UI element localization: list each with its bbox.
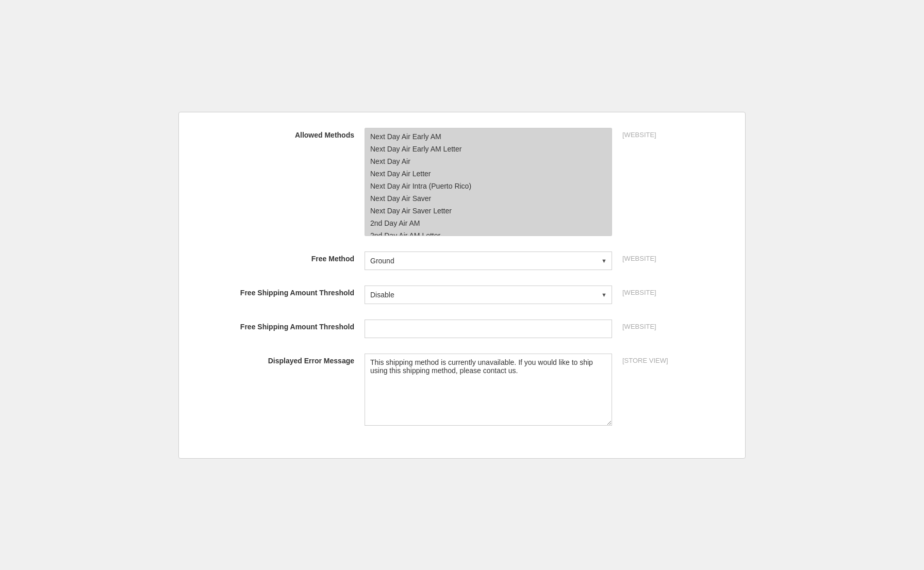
- free-method-label: Free Method: [189, 252, 365, 263]
- error-message-control: [365, 354, 612, 427]
- free-shipping-value-label: Free Shipping Amount Threshold: [189, 320, 365, 331]
- free-shipping-toggle-select-wrapper: DisableEnable: [365, 286, 612, 304]
- free-method-control: GroundNext Day Air2nd Day Air3 Day Selec…: [365, 252, 612, 270]
- free-shipping-toggle-row: Free Shipping Amount Threshold DisableEn…: [189, 286, 735, 304]
- error-message-label: Displayed Error Message: [189, 354, 365, 365]
- free-shipping-value-control: [365, 320, 612, 338]
- page-wrapper: Allowed Methods Next Day Air Early AMNex…: [0, 0, 924, 570]
- free-method-select[interactable]: GroundNext Day Air2nd Day Air3 Day Selec…: [365, 252, 612, 270]
- allowed-methods-select[interactable]: Next Day Air Early AMNext Day Air Early …: [365, 128, 612, 236]
- error-message-row: Displayed Error Message [STORE VIEW]: [189, 354, 735, 427]
- free-shipping-toggle-label: Free Shipping Amount Threshold: [189, 286, 365, 297]
- free-shipping-value-input[interactable]: [365, 320, 612, 338]
- error-message-scope: [STORE VIEW]: [612, 354, 668, 364]
- allowed-methods-row: Allowed Methods Next Day Air Early AMNex…: [189, 128, 735, 236]
- free-shipping-value-row: Free Shipping Amount Threshold [WEBSITE]: [189, 320, 735, 338]
- allowed-methods-control: Next Day Air Early AMNext Day Air Early …: [365, 128, 612, 236]
- free-method-scope: [WEBSITE]: [612, 252, 656, 262]
- error-message-textarea[interactable]: [365, 354, 612, 426]
- free-shipping-value-scope: [WEBSITE]: [612, 320, 656, 330]
- form-container: Allowed Methods Next Day Air Early AMNex…: [178, 112, 746, 459]
- free-shipping-toggle-select[interactable]: DisableEnable: [365, 286, 612, 304]
- allowed-methods-label: Allowed Methods: [189, 128, 365, 139]
- allowed-methods-scope: [WEBSITE]: [612, 128, 656, 139]
- free-method-row: Free Method GroundNext Day Air2nd Day Ai…: [189, 252, 735, 270]
- free-shipping-toggle-scope: [WEBSITE]: [612, 286, 656, 296]
- free-shipping-toggle-control: DisableEnable: [365, 286, 612, 304]
- free-method-select-wrapper: GroundNext Day Air2nd Day Air3 Day Selec…: [365, 252, 612, 270]
